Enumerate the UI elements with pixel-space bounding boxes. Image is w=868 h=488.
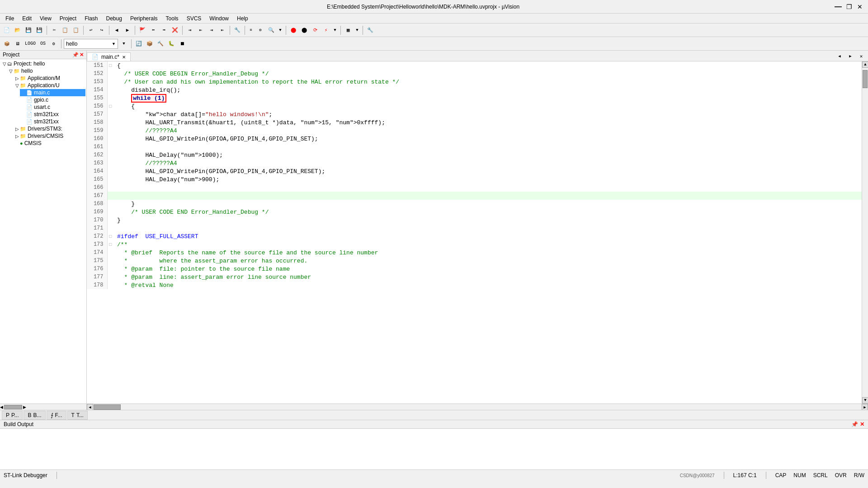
menu-item-peripherals[interactable]: Peripherals <box>127 14 161 23</box>
code-line[interactable]: * @retval None <box>113 281 862 289</box>
indent2-btn[interactable]: ⇥ <box>207 25 217 35</box>
maximize-button[interactable]: ❐ <box>844 2 854 11</box>
code-line[interactable]: /** <box>113 240 862 249</box>
code-line[interactable]: //?????A4 <box>113 127 862 135</box>
menu-item-debug[interactable]: Debug <box>103 14 126 23</box>
code-line[interactable]: HAL_Delay("num">1000); <box>113 151 862 159</box>
menu-item-project[interactable]: Project <box>56 14 80 23</box>
tree-gpio-c[interactable]: 📄 gpio.c <box>20 96 85 103</box>
fold-icon[interactable]: □ <box>107 61 113 70</box>
flash-btn[interactable]: ⚡ <box>321 25 331 35</box>
code-container[interactable]: 151□{152 /* USER CODE BEGIN Error_Handle… <box>87 61 862 404</box>
tab-books[interactable]: B B... <box>24 411 45 420</box>
code-line[interactable]: HAL_Delay("num">900); <box>113 175 862 183</box>
fold-icon[interactable]: □ <box>107 232 113 240</box>
right-scrollbar[interactable]: ▲ ▼ <box>862 61 868 404</box>
run-btn[interactable]: ⬤ <box>299 25 309 35</box>
outdent2-btn[interactable]: ⇤ <box>217 25 227 35</box>
tree-hello[interactable]: ▽ 📁 hello <box>7 67 85 75</box>
bookmark-btn[interactable]: 🚩 <box>137 25 147 35</box>
code-line[interactable]: HAL_GPIO_WritePin(GPIOA,GPIO_PIN_4,GPIO_… <box>113 167 862 175</box>
tree-project-root[interactable]: ▽ 🗂 Project: hello <box>1 60 85 67</box>
tools-btn[interactable]: 🔧 <box>232 25 242 35</box>
rebuild-btn[interactable]: 🔨 <box>156 39 165 49</box>
fold-icon[interactable]: □ <box>107 102 113 110</box>
tree-drivers-stm[interactable]: ▷ 📁 Drivers/STM3: <box>14 125 85 132</box>
code-line[interactable]: * @param line: assert_param error line s… <box>113 273 862 281</box>
open-file-btn[interactable]: 📂 <box>13 25 23 35</box>
build-btn[interactable]: 📦 <box>145 39 155 49</box>
code-line[interactable]: * @brief Reports the name of the source … <box>113 249 862 257</box>
close-panel-icon[interactable]: ✕ <box>80 52 84 58</box>
close-button[interactable]: ✕ <box>855 2 864 11</box>
code-line[interactable]: { <box>113 102 862 110</box>
flash-drp[interactable]: ▼ <box>332 25 338 35</box>
fold-icon[interactable]: □ <box>107 240 113 249</box>
hscroll-right[interactable]: ▶ <box>862 404 868 410</box>
os-btn[interactable]: OS <box>38 39 48 49</box>
close-build-icon[interactable]: ✕ <box>860 421 864 427</box>
tree-app-u[interactable]: ▽ 📁 Application/U <box>14 82 85 89</box>
tab-functions[interactable]: ⨍ F... <box>47 411 66 420</box>
tree-usart-c[interactable]: 📄 usart.c <box>20 103 85 111</box>
srch-drp[interactable]: ▼ <box>277 25 283 35</box>
undo-btn[interactable]: ↩ <box>86 25 96 35</box>
hscroll-left-arrow[interactable]: ◀ <box>0 405 3 409</box>
nav-fwd-btn[interactable]: ▶ <box>123 25 132 35</box>
code-line[interactable]: } <box>113 216 862 224</box>
settings-btn[interactable]: 🔧 <box>365 25 375 35</box>
tab-close-btn[interactable]: ✕ <box>122 55 126 60</box>
tree-app-m[interactable]: ▷ 📁 Application/M <box>14 75 85 82</box>
scroll-up-arrow[interactable]: ▲ <box>862 61 868 68</box>
menu-item-tools[interactable]: Tools <box>162 14 182 23</box>
code-line[interactable]: //?????A4 <box>113 159 862 167</box>
code-line[interactable]: HAL_UART_Transmit(&huart1, (uint8_t *)da… <box>113 118 862 127</box>
reset-btn[interactable]: ⟳ <box>310 25 320 35</box>
stop-btn[interactable]: ⬤ <box>288 25 298 35</box>
menu-item-help[interactable]: Help <box>233 14 252 23</box>
stop-build-btn[interactable]: ⏹ <box>177 39 187 49</box>
nav-back-btn[interactable]: ◀ <box>112 25 122 35</box>
code-line[interactable]: /* USER CODE END Error_Handler_Debug */ <box>113 208 862 216</box>
debug-btn[interactable]: 🐛 <box>166 39 176 49</box>
menu-item-view[interactable]: View <box>36 14 55 23</box>
menu-item-edit[interactable]: Edit <box>19 14 35 23</box>
tab-scroll-left[interactable]: ◀ <box>835 51 844 61</box>
pin-build-icon[interactable]: 📌 <box>851 421 858 427</box>
save-all-btn[interactable]: 💾 <box>34 25 44 35</box>
proj-hscroll[interactable]: ◀ ▶ <box>0 404 86 410</box>
hscroll-track[interactable] <box>93 404 862 410</box>
tree-drivers-cmsis[interactable]: ▷ 📁 Drivers/CMSIS <box>14 132 85 140</box>
load-btn[interactable]: LOGO <box>24 39 37 49</box>
code-line[interactable] <box>113 183 862 192</box>
target-dropdown-btn[interactable]: ⚙ <box>49 39 59 49</box>
code-line[interactable]: "kw">char data[]="hello windows!\n"; <box>113 110 862 118</box>
indent-btn[interactable]: ⇥ <box>185 25 195 35</box>
build-target-btn[interactable]: 📦 <box>2 39 12 49</box>
tree-stm32-2[interactable]: 📄 stm32f1xx <box>20 118 85 125</box>
code-line[interactable]: /* User can add his own implementation t… <box>113 78 862 86</box>
code-line[interactable]: disable_irq(); <box>113 86 862 94</box>
code-line[interactable]: * where the assert_param error has occur… <box>113 257 862 265</box>
save-btn[interactable]: 💾 <box>24 25 33 35</box>
hscroll-right-arrow[interactable]: ▶ <box>23 405 26 409</box>
tree-cmsis[interactable]: ● CMSIS <box>14 140 85 147</box>
prev-bookmark-btn[interactable]: ⬅ <box>148 25 158 35</box>
view-drp[interactable]: ▼ <box>354 25 360 35</box>
code-line[interactable]: * @param file: pointer to the source fil… <box>113 265 862 273</box>
cut-btn[interactable]: ✂ <box>49 25 59 35</box>
hscroll-left[interactable]: ◀ <box>87 404 93 410</box>
copy-btn[interactable]: 📋 <box>60 25 70 35</box>
code-line[interactable] <box>113 224 862 232</box>
target-select[interactable]: hello ▼ <box>64 39 118 49</box>
outdent-btn[interactable]: ⇤ <box>196 25 206 35</box>
pin-icon[interactable]: 📌 <box>72 52 79 58</box>
search-btn[interactable]: 🔍 <box>266 25 276 35</box>
cpu-btn[interactable]: 🖥 <box>13 39 23 49</box>
menu-item-file[interactable]: File <box>2 14 18 23</box>
code-line[interactable]: #ifdef USE_FULL_ASSERT <box>113 232 862 240</box>
next-bookmark-btn[interactable]: ➡ <box>159 25 169 35</box>
hscroll-thumb[interactable] <box>94 404 121 410</box>
mgr-btn[interactable]: ⚙ <box>255 25 265 35</box>
translate-btn[interactable]: 🔄 <box>134 39 144 49</box>
